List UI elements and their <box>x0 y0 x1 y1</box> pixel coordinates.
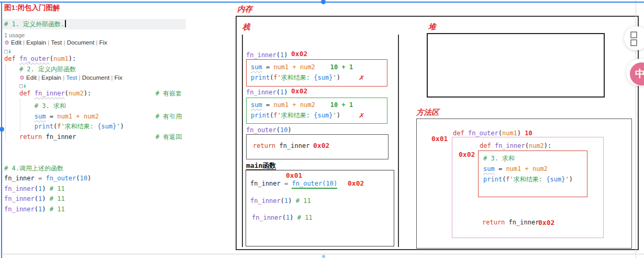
address-annotation: 0x02 <box>348 179 364 187</box>
heap-box[interactable] <box>427 33 605 98</box>
frame-code-line: sum = num1 + num2 10 + 1 <box>251 100 353 110</box>
stack-label[interactable]: 栈 <box>242 22 250 32</box>
code-line: sum = num1 + num2 # 有引用 <box>4 112 182 121</box>
code-line: # 3. 求和 <box>4 101 66 111</box>
frame-code-line: fn_inner(1) # 11 <box>250 196 311 206</box>
frames-icon <box>630 39 637 46</box>
code-line-text: # 1. 定义外部函数. <box>4 20 64 28</box>
method-code-line: print(f'求和结果: {sum}') <box>483 175 573 184</box>
stack-frame-title[interactable]: fn_inner(1) <box>246 50 288 60</box>
main-function-label[interactable]: main函数 <box>246 161 276 170</box>
address-annotation: 0x02 <box>459 150 475 158</box>
figure-title: 图1:闭包入门图解 <box>4 3 60 13</box>
code-line: def fn_inner(num2): # 有嵌套 <box>4 89 182 98</box>
code-line: def fn_outer(num1): <box>4 54 76 63</box>
address-annotation: 0x02 <box>538 219 554 227</box>
indent-guide <box>20 99 20 131</box>
frames-icon <box>630 31 637 38</box>
stack-frame-box-green[interactable]: sum = num1 + num2 10 + 1 print(f'求和结果: {… <box>246 98 387 124</box>
stack-frame-title[interactable]: fn_outer(10) <box>246 125 292 135</box>
frame-code-line: fn_inner(1) # 11 <box>252 213 313 222</box>
code-line: fn_inner(1) # 11 <box>4 194 65 203</box>
stack-frame-box-red[interactable]: sum = num1 + num2 10 + 1 print(f'求和结果: {… <box>246 59 387 87</box>
stack-frame-box-outer[interactable]: return fn_inner 0x02 <box>246 134 388 159</box>
ai-action-links[interactable]: ⚙ Edit | Explain | Test | Document | Fix <box>4 38 107 47</box>
selection-handle-top[interactable] <box>321 0 326 4</box>
stack-frame-title[interactable]: fn_inner(1) <box>246 88 288 97</box>
indent-guide <box>5 64 6 141</box>
frame-code-line: print(f'求和结果: {sum}') <box>251 111 340 120</box>
frames-panel-button[interactable] <box>624 26 644 50</box>
outer-function-box[interactable]: def fn_inner(num2): 0x02 # 3. 求和 sum = n… <box>452 137 604 238</box>
canvas-bottom-edge <box>0 254 644 254</box>
code-line: # 1. 定义外部函数. <box>4 19 66 29</box>
address-annotation[interactable]: 0x02 <box>291 87 307 95</box>
code-line: fn_inner(1) # 11 <box>4 184 65 194</box>
address-annotation: 0x01 <box>286 171 302 179</box>
code-line: # 4.调用上述的函数 <box>4 164 63 173</box>
code-line: fn_inner(1) # 11 <box>4 205 65 214</box>
code-editor-panel[interactable]: 图1:闭包入门图解 # 1. 定义外部函数. 1 usage ⚙ Edit | … <box>0 0 188 258</box>
method-code-line: def fn_inner(num2): <box>480 141 551 150</box>
address-annotation: 0x02 <box>313 142 329 149</box>
method-code-line: return fn_inner <box>482 218 539 227</box>
main-frame-box[interactable]: 0x01 fn_inner = fn_outer(10) 0x02 fn_inn… <box>246 170 394 246</box>
frame-code-line: return fn_inner <box>253 141 309 150</box>
method-area-label[interactable]: 方法区 <box>416 108 439 117</box>
code-line: return fn_inner # 有返回 <box>4 132 182 142</box>
text-cursor <box>65 20 66 27</box>
method-code-line: # 3. 求和 <box>483 154 515 163</box>
frame-code-line: fn_inner = fn_outer(10) <box>250 179 337 188</box>
code-line: print(f'求和结果: {sum}') <box>4 122 124 131</box>
heap-label[interactable]: 堆 <box>428 22 436 32</box>
ai-action-links[interactable]: ⚙ Edit | Explain | Test | Document | Fix <box>19 73 123 82</box>
address-annotation[interactable]: 0x02 <box>291 50 307 58</box>
method-area-box[interactable]: 0x01 def fn_outer(num1) 10 def fn_inner(… <box>416 119 632 249</box>
whiteboard-canvas[interactable]: 图1:闭包入门图解 # 1. 定义外部函数. 1 usage ⚙ Edit | … <box>0 0 644 258</box>
frame-code-line: sum = num1 + num2 10 + 1 <box>251 62 353 72</box>
address-annotation: 0x01 <box>431 135 448 143</box>
memory-label[interactable]: 内存 <box>237 4 252 14</box>
method-code-line: sum = num1 + num2 <box>483 164 548 174</box>
code-line: fn_inner = fn_outer(10) <box>4 174 91 183</box>
inner-function-box[interactable]: # 3. 求和 sum = num1 + num2 print(f'求和结果: … <box>478 150 587 197</box>
frame-code-line: print(f'求和结果: {sum}') <box>251 73 340 82</box>
selection-handle-bottom[interactable] <box>322 255 325 258</box>
